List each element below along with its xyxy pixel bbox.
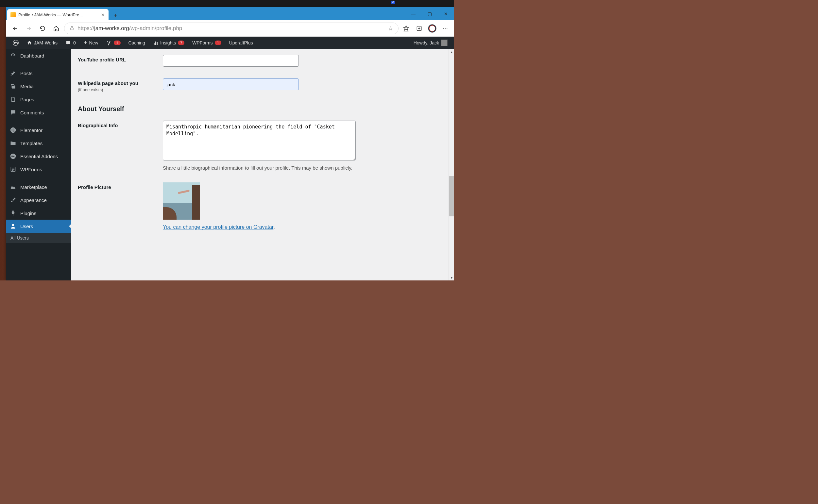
browser-tabstrip: Profile ‹ JAM-Works — WordPre… ✕ + — ▢ ✕ bbox=[6, 7, 454, 20]
media-icon bbox=[10, 83, 16, 90]
refresh-button[interactable] bbox=[37, 23, 48, 34]
insights-link[interactable]: Insights7 bbox=[150, 37, 188, 49]
svg-point-14 bbox=[12, 224, 14, 226]
tab-close-button[interactable]: ✕ bbox=[101, 12, 105, 17]
sidebar-item-label: Appearance bbox=[20, 197, 47, 203]
wp-admin-sidebar: Dashboard Posts Media Pages Comments Ele… bbox=[6, 37, 71, 280]
gravatar-link-suffix: . bbox=[273, 224, 275, 230]
user-icon bbox=[10, 223, 16, 229]
sidebar-item-dashboard[interactable]: Dashboard bbox=[6, 49, 71, 62]
plug-icon bbox=[10, 210, 16, 216]
about-yourself-heading: About Yourself bbox=[78, 98, 448, 115]
bio-textarea[interactable] bbox=[163, 121, 356, 160]
wpforms-badge: 1 bbox=[215, 41, 221, 45]
new-content-link[interactable]: +New bbox=[80, 37, 102, 49]
svg-rect-7 bbox=[12, 129, 12, 131]
wikipedia-desc: (if one exists) bbox=[78, 87, 163, 92]
favorites-button[interactable] bbox=[400, 23, 412, 34]
menu-button[interactable]: ⋯ bbox=[440, 23, 451, 34]
sidebar-item-plugins[interactable]: Plugins bbox=[6, 207, 71, 220]
sidebar-item-wpforms[interactable]: WPForms bbox=[6, 163, 71, 176]
caching-link[interactable]: Caching bbox=[125, 37, 148, 49]
field-row-wikipedia: Wikipedia page about you(if one exists) bbox=[78, 73, 448, 98]
comment-icon bbox=[10, 109, 16, 116]
taskbar-notif-badge: 0 bbox=[391, 1, 395, 4]
yoast-link[interactable]: 1 bbox=[103, 37, 124, 49]
new-tab-button[interactable]: + bbox=[111, 10, 120, 20]
browser-toolbar: https://jam-works.org/wp-admin/profile.p… bbox=[6, 20, 454, 37]
svg-rect-3 bbox=[154, 43, 155, 45]
wordpress-admin: JAM-Works 0 +New 1 Caching Insights7 WPF… bbox=[6, 37, 454, 280]
favicon-icon bbox=[10, 12, 16, 17]
forward-button[interactable] bbox=[23, 23, 35, 34]
sidebar-item-label: Posts bbox=[20, 71, 33, 76]
user-avatar-icon bbox=[441, 40, 448, 46]
scroll-down-button[interactable]: ▼ bbox=[449, 275, 454, 280]
collections-button[interactable] bbox=[414, 23, 425, 34]
window-close-button[interactable]: ✕ bbox=[438, 7, 454, 20]
lock-icon bbox=[70, 26, 74, 31]
sidebar-item-appearance[interactable]: Appearance bbox=[6, 193, 71, 207]
sidebar-item-templates[interactable]: Templates bbox=[6, 137, 71, 150]
sidebar-item-elementor[interactable]: Elementor bbox=[6, 124, 71, 137]
svg-rect-0 bbox=[71, 28, 73, 30]
yoast-badge: 1 bbox=[114, 41, 120, 45]
profile-picture-label: Profile Picture bbox=[78, 182, 163, 190]
wp-admin-bar: JAM-Works 0 +New 1 Caching Insights7 WPF… bbox=[6, 37, 454, 49]
marketplace-icon bbox=[10, 184, 16, 190]
os-taskbar: 0 bbox=[0, 0, 454, 7]
sidebar-item-label: Users bbox=[20, 224, 33, 229]
howdy-account[interactable]: Howdy, Jack bbox=[410, 37, 451, 49]
sidebar-item-label: Elementor bbox=[20, 127, 43, 133]
sidebar-submenu-all-users[interactable]: All Users bbox=[6, 233, 71, 243]
sidebar-item-label: Templates bbox=[20, 141, 43, 146]
ea-icon: EA bbox=[10, 153, 16, 160]
svg-rect-9 bbox=[13, 130, 14, 130]
window-minimize-button[interactable]: — bbox=[405, 7, 421, 20]
svg-rect-10 bbox=[13, 131, 14, 132]
svg-rect-4 bbox=[155, 42, 156, 45]
home-button[interactable] bbox=[50, 23, 62, 34]
vertical-scrollbar[interactable]: ▲ ▼ bbox=[449, 49, 454, 280]
sidebar-item-users[interactable]: Users bbox=[6, 220, 71, 233]
site-name-link[interactable]: JAM-Works bbox=[24, 37, 61, 49]
elementor-icon bbox=[10, 127, 16, 133]
field-row-bio: Biographical Info Share a little biograp… bbox=[78, 115, 448, 176]
sidebar-item-label: Comments bbox=[20, 110, 44, 115]
sidebar-item-pages[interactable]: Pages bbox=[6, 93, 71, 106]
gravatar-link[interactable]: You can change your profile picture on G… bbox=[163, 224, 273, 230]
sidebar-item-label: WPForms bbox=[20, 167, 42, 172]
sidebar-item-label: Plugins bbox=[20, 210, 36, 216]
sidebar-item-essential-addons[interactable]: EAEssential Addons bbox=[6, 150, 71, 163]
gauge-icon bbox=[10, 52, 16, 59]
wpforms-link[interactable]: WPForms1 bbox=[189, 37, 224, 49]
field-row-profile-picture: Profile Picture You can change your prof… bbox=[78, 176, 448, 236]
bio-help-text: Share a little biographical information … bbox=[163, 165, 398, 171]
page-icon bbox=[10, 96, 16, 103]
wp-logo-menu[interactable] bbox=[9, 37, 22, 49]
tab-title: Profile ‹ JAM-Works — WordPre… bbox=[18, 12, 98, 17]
back-button[interactable] bbox=[9, 23, 21, 34]
svg-rect-8 bbox=[13, 129, 14, 129]
sidebar-item-comments[interactable]: Comments bbox=[6, 106, 71, 119]
sidebar-item-label: Dashboard bbox=[20, 53, 44, 59]
sidebar-item-marketplace[interactable]: Marketplace bbox=[6, 180, 71, 193]
youtube-label: YouTube profile URL bbox=[78, 55, 163, 62]
scroll-thumb[interactable] bbox=[449, 176, 454, 216]
updraftplus-link[interactable]: UpdraftPlus bbox=[226, 37, 256, 49]
browser-tab[interactable]: Profile ‹ JAM-Works — WordPre… ✕ bbox=[7, 9, 109, 20]
wikipedia-input[interactable] bbox=[163, 78, 299, 90]
sidebar-item-posts[interactable]: Posts bbox=[6, 67, 71, 80]
sidebar-item-label: Pages bbox=[20, 97, 34, 102]
favorite-star-icon[interactable]: ☆ bbox=[388, 25, 393, 32]
sidebar-item-media[interactable]: Media bbox=[6, 80, 71, 93]
scroll-up-button[interactable]: ▲ bbox=[449, 49, 454, 55]
address-bar[interactable]: https://jam-works.org/wp-admin/profile.p… bbox=[64, 23, 399, 34]
extension-seal-icon[interactable] bbox=[427, 23, 438, 34]
youtube-input[interactable] bbox=[163, 55, 299, 67]
comments-link[interactable]: 0 bbox=[62, 37, 79, 49]
pin-icon bbox=[10, 70, 16, 76]
window-maximize-button[interactable]: ▢ bbox=[421, 7, 438, 20]
svg-text:EA: EA bbox=[11, 155, 15, 158]
field-row-youtube: YouTube profile URL bbox=[78, 49, 448, 73]
